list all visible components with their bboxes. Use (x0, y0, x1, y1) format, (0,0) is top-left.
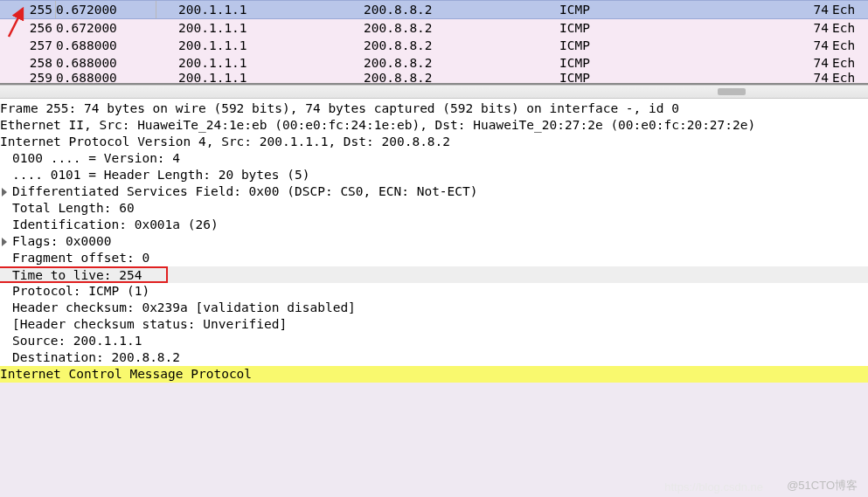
watermark: @51CTO博客 (787, 478, 858, 494)
h-scroll-thumb[interactable] (718, 88, 746, 95)
detail-ip-dsf[interactable]: Differentiated Services Field: 0x00 (DSC… (0, 183, 868, 200)
detail-ip-hlen[interactable]: .... 0101 = Header Length: 20 bytes (5) (0, 167, 868, 183)
detail-ip-frag[interactable]: Fragment offset: 0 (0, 250, 868, 266)
detail-eth[interactable]: Ethernet II, Src: HuaweiTe_24:1e:eb (00:… (0, 117, 868, 134)
detail-ip-cksum[interactable]: Header checksum: 0x239a [validation disa… (0, 300, 868, 316)
detail-ip[interactable]: Internet Protocol Version 4, Src: 200.1.… (0, 134, 868, 150)
pane-splitter[interactable] (0, 85, 868, 99)
col-dst: 200.8.8.2 (364, 3, 559, 17)
col-info: Ech (829, 3, 855, 17)
detail-frame[interactable]: Frame 255: 74 bytes on wire (592 bits), … (0, 100, 868, 117)
detail-ip-id[interactable]: Identification: 0x001a (26) (0, 217, 868, 233)
packet-row-selected[interactable]: 255 0.672000 200.1.1.1 200.8.8.2 ICMP 74… (0, 0, 868, 19)
annotation-red-box: Time to live: 254 (0, 266, 168, 283)
packet-details[interactable]: Frame 255: 74 bytes on wire (592 bits), … (0, 99, 868, 383)
detail-ip-ttl-highlight[interactable]: Time to live: 254 (0, 266, 868, 283)
watermark-faded: https://blog.csdn.ne (664, 480, 763, 494)
packet-list[interactable]: 255 0.672000 200.1.1.1 200.8.8.2 ICMP 74… (0, 0, 868, 85)
detail-ip-flags[interactable]: Flags: 0x0000 (0, 233, 868, 250)
detail-ip-version[interactable]: 0100 .... = Version: 4 (0, 150, 868, 167)
detail-ip-proto[interactable]: Protocol: ICMP (1) (0, 283, 868, 300)
col-time: 0.672000 (56, 3, 178, 17)
col-proto: ICMP (559, 3, 804, 17)
packet-row[interactable]: 256 0.672000 200.1.1.1 200.8.8.2 ICMP 74… (0, 19, 868, 37)
annotation-arrow-icon (3, 3, 30, 40)
detail-ip-ttl: Time to live: 254 (0, 268, 142, 282)
packet-row[interactable]: 258 0.688000 200.1.1.1 200.8.8.2 ICMP 74… (0, 54, 868, 72)
col-src: 200.1.1.1 (178, 3, 364, 17)
detail-ip-dst[interactable]: Destination: 200.8.8.2 (0, 349, 868, 366)
detail-ip-src[interactable]: Source: 200.1.1.1 (0, 333, 868, 349)
svg-line-0 (9, 9, 23, 37)
detail-icmp[interactable]: Internet Control Message Protocol (0, 366, 868, 383)
col-len: 74 (804, 3, 829, 17)
packet-row[interactable]: 259 0.688000 200.1.1.1 200.8.8.2 ICMP 74… (0, 72, 868, 83)
packet-row[interactable]: 257 0.688000 200.1.1.1 200.8.8.2 ICMP 74… (0, 37, 868, 54)
detail-ip-tlen[interactable]: Total Length: 60 (0, 200, 868, 217)
detail-ip-ckst[interactable]: [Header checksum status: Unverified] (0, 316, 868, 333)
